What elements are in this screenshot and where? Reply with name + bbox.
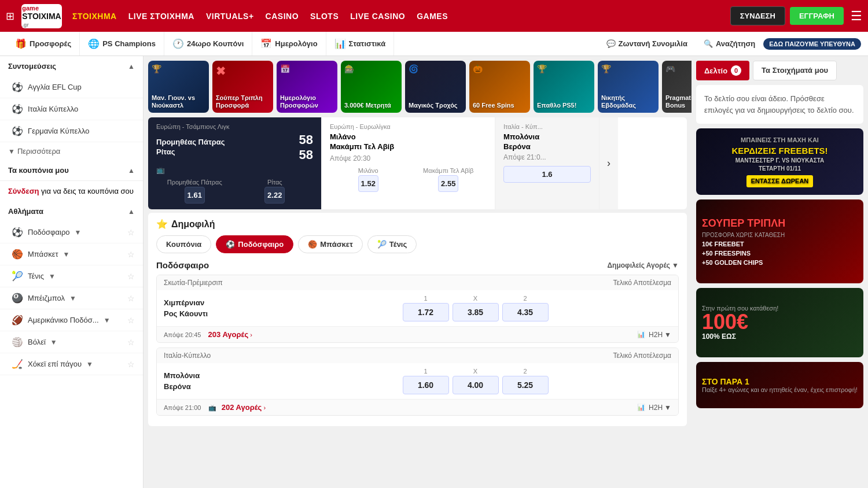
promo-banner-4[interactable]: ΣΤΟ ΠΑΡΑ 1 Παίξε 4+ αγώνες και αν ηττηθε… <box>696 362 863 408</box>
banner-subtitle-2: ΜΑΝΤΣΕΣΤΕΡ Γ. VS ΝΙΟΥΚΑΣΤΑ <box>731 157 827 165</box>
match-markets-arrow-2[interactable]: › <box>263 404 266 411</box>
sport-label-baseball: Μπέιζμπολ <box>28 294 65 302</box>
promo-banner-1[interactable]: ΜΠΑΙΝΕΙΣ ΣΤΗ ΜΑΧΗ ΚΑΙ ΚΕΡΔΙΖΕΙΣ FREEBETS… <box>696 128 863 195</box>
chart-icon-1: 📊 <box>637 331 645 338</box>
odd-btn-1b[interactable]: 2.22 <box>264 187 285 204</box>
banner-cta-1[interactable]: ΕΝΤΑΣΣΕ ΔΩΡΕΑΝ <box>746 175 814 187</box>
nav-games[interactable]: GAMES <box>417 12 448 21</box>
odd-val-2-1[interactable]: 1.60 <box>403 376 449 394</box>
odd-val-2-3[interactable]: 5.25 <box>502 376 549 394</box>
signin-button[interactable]: ΣΥΝΔΕΣΗ <box>730 6 785 25</box>
sub-nav: 🎁 Προσφορές 🌐 PS Champions 🕐 24ωρο Κουπό… <box>0 32 868 56</box>
tab-tennis[interactable]: 🎾 Τένις <box>367 235 417 253</box>
tab-tennis-label: Τένις <box>389 240 407 249</box>
sidebar-item-england-efl[interactable]: ⚽ Αγγλία EFL Cup <box>0 76 143 98</box>
subnav-chat[interactable]: 💬 Ζωντανή Συνομιλία <box>598 39 696 48</box>
subnav-ps-champions[interactable]: 🌐 PS Champions <box>80 32 164 56</box>
sidebar-item-hockey[interactable]: 🏒 Χόκεϊ επί πάγου ▼ ☆ <box>0 353 143 375</box>
promo-card-1[interactable]: 🏆 Μαν. Γιουν. vs Νιούκαστλ <box>148 61 209 113</box>
grid-icon[interactable]: ⊞ <box>6 10 14 23</box>
search-icon: 🔍 <box>704 39 713 48</box>
promo-card-4[interactable]: 🎰 3.000€ Μετρητά <box>341 61 402 113</box>
promo-card-9[interactable]: 🎮 Pragmatic Buy Bonus <box>662 61 692 113</box>
subnav-search[interactable]: 🔍 Αναζήτηση <box>696 39 763 48</box>
match-footer-right-1: 📊 H2H ▼ <box>637 331 671 339</box>
tab-coupons[interactable]: Κουπόνια <box>156 235 211 253</box>
nav-live-stoixima[interactable]: LIVE ΣΤΟΙΧΗΜΑ <box>128 12 194 21</box>
subnav-offers[interactable]: 🎁 Προσφορές <box>7 32 80 56</box>
sidebar-item-basketball[interactable]: 🏀 Μπάσκετ ▼ ☆ <box>0 243 143 265</box>
betslip-empty: Το δελτίο σου είναι άδειο. Πρόσθεσε επιλ… <box>696 85 863 124</box>
tab-basketball[interactable]: 🏀 Μπάσκετ <box>298 235 363 253</box>
markets-link[interactable]: Δημοφιλείς Αγορές ▼ <box>607 261 679 269</box>
sidebar-item-volleyball[interactable]: 🏐 Βόλεϊ ▼ ☆ <box>0 331 143 353</box>
match-header-2: Ιταλία-Κύπελλο Τελικό Αποτέλεσμα <box>157 348 678 363</box>
live-match-arrow[interactable]: › <box>599 117 618 209</box>
odd-val-1-1[interactable]: 1.72 <box>403 303 449 321</box>
hamburger-icon[interactable]: ☰ <box>851 9 862 24</box>
football-icon-1: ⚽ <box>12 82 23 93</box>
match-markets-link-1[interactable]: 203 Αγορές <box>208 330 249 339</box>
popular-star-icon: ⭐ <box>156 219 168 230</box>
odd-btn-1a[interactable]: 1.61 <box>185 187 205 204</box>
subnav-24h-coupon[interactable]: 🕐 24ωρο Κουπόνι <box>164 32 252 56</box>
am-football-star[interactable]: ☆ <box>127 316 135 325</box>
tennis-star[interactable]: ☆ <box>127 272 135 281</box>
subnav-calendar[interactable]: 📅 Ημερολόγιο <box>252 32 326 56</box>
sidebar-item-football[interactable]: ⚽ Ποδόσφαιρο ▼ ☆ <box>0 221 143 243</box>
coupon-login-link[interactable]: Σύνδεση <box>8 187 39 195</box>
logo[interactable]: gameSTOIXIMA.gr <box>21 4 62 28</box>
odd-group-2-1: 1 1.60 <box>403 368 449 394</box>
sidebar-item-american-football[interactable]: 🏈 Αμερικάνικο Ποδόσ... ▼ ☆ <box>0 309 143 331</box>
football-star[interactable]: ☆ <box>127 228 135 237</box>
promo-card-2[interactable]: ✖ Σούπερ Τριπλη Προσφορά <box>212 61 273 113</box>
promo-label-5: Μαγικός Τροχός <box>409 102 458 109</box>
register-button[interactable]: ΕΓΓΡΑΦΗ <box>790 7 844 25</box>
promo-card-3[interactable]: 📅 Ημερολόγιο Προσφορών <box>277 61 337 113</box>
h2h-btn-2[interactable]: H2H ▼ <box>649 404 671 412</box>
baseball-star[interactable]: ☆ <box>127 294 135 303</box>
betslip-tab-primary[interactable]: Δελτίο 0 <box>696 61 749 80</box>
nav-slots[interactable]: SLOTS <box>310 12 339 21</box>
volleyball-star[interactable]: ☆ <box>127 338 135 347</box>
odd-btn-3a[interactable]: 1.6 <box>503 166 591 183</box>
coupon-login-text: για να δεις τα κουπόνια σου <box>39 187 134 195</box>
odd-val-2-2[interactable]: 4.00 <box>453 376 499 394</box>
sidebar-item-italy-cup[interactable]: ⚽ Ιταλία Κύπελλο <box>0 98 143 120</box>
sidebar-item-baseball[interactable]: 🎱 Μπέιζμπολ ▼ ☆ <box>0 287 143 309</box>
promo-banner-3[interactable]: Στην πρώτη σου κατάθεση! 100€ 100% ΕΩΣ <box>696 288 863 357</box>
odd-val-1-3[interactable]: 4.35 <box>502 303 549 321</box>
subnav-stats[interactable]: 📊 Στατιστικά <box>326 32 395 56</box>
odd-btn-2b[interactable]: 2.55 <box>438 175 458 192</box>
promo-card-8[interactable]: 🏆 Νικητής Εβδομάδας <box>598 61 659 113</box>
coupons-title: Τα κουπόνια μου <box>8 166 69 175</box>
banner-offer-3: +50 GOLDEN CHIPS <box>702 259 763 266</box>
tab-football[interactable]: ⚽ Ποδόσφαιρο <box>216 235 293 253</box>
promo-banner-2[interactable]: ΣΟΥΠΕΡ ΤΡΙΠΛΗ ΠΡΟΣΦΟΡΑ ΧΩΡΙΣ ΚΑΤΑΘΕΣΗ 10… <box>696 199 863 283</box>
sidebar-item-germany-cup[interactable]: ⚽ Γερμανία Κύπελλο <box>0 120 143 142</box>
nav-links: ΣΤΟΙΧΗΜΑ LIVE ΣΤΟΙΧΗΜΑ VIRTUALS+ CASINO … <box>72 12 726 21</box>
nav-casino[interactable]: CASINO <box>266 12 299 21</box>
nav-live-casino[interactable]: LIVE CASINO <box>350 12 405 21</box>
promo-card-6[interactable]: 🎃 60 Free Spins <box>469 61 530 113</box>
match-body-1: Χιμπέρνιαν Ρος Κάουντι 1 1.72 X 3.85 <box>157 290 678 326</box>
nav-stoixima[interactable]: ΣΤΟΙΧΗΜΑ <box>72 12 117 21</box>
match-markets-link-2[interactable]: 202 Αγορές <box>222 403 262 412</box>
gift-icon: 🎁 <box>15 38 27 49</box>
sports-header[interactable]: Αθλήματα ▲ <box>0 201 143 221</box>
sidebar-more[interactable]: ▼ Περισσότερα <box>0 142 143 160</box>
odd-btn-2a[interactable]: 1.52 <box>358 175 378 192</box>
shortcuts-header[interactable]: Συντομεύσεις ▲ <box>0 56 143 76</box>
sidebar-item-tennis[interactable]: 🎾 Τένις ▼ ☆ <box>0 265 143 287</box>
coupons-header[interactable]: Τα κουπόνια μου ▲ <box>0 160 143 180</box>
h2h-btn-1[interactable]: H2H ▼ <box>649 331 671 339</box>
nav-virtuals[interactable]: VIRTUALS+ <box>206 12 254 21</box>
basketball-star[interactable]: ☆ <box>127 250 135 259</box>
match-markets-arrow-1[interactable]: › <box>250 331 252 338</box>
live-league-3: Ιταλία - Κύπ... <box>503 123 591 130</box>
promo-card-7[interactable]: 🏆 Επαθλο PS5! <box>534 61 594 113</box>
promo-card-5[interactable]: 🌀 Μαγικός Τροχός <box>405 61 466 113</box>
odd-val-1-2[interactable]: 3.85 <box>453 303 499 321</box>
hockey-star[interactable]: ☆ <box>127 360 135 369</box>
betslip-tab-secondary[interactable]: Τα Στοιχήματά μου <box>753 61 837 80</box>
